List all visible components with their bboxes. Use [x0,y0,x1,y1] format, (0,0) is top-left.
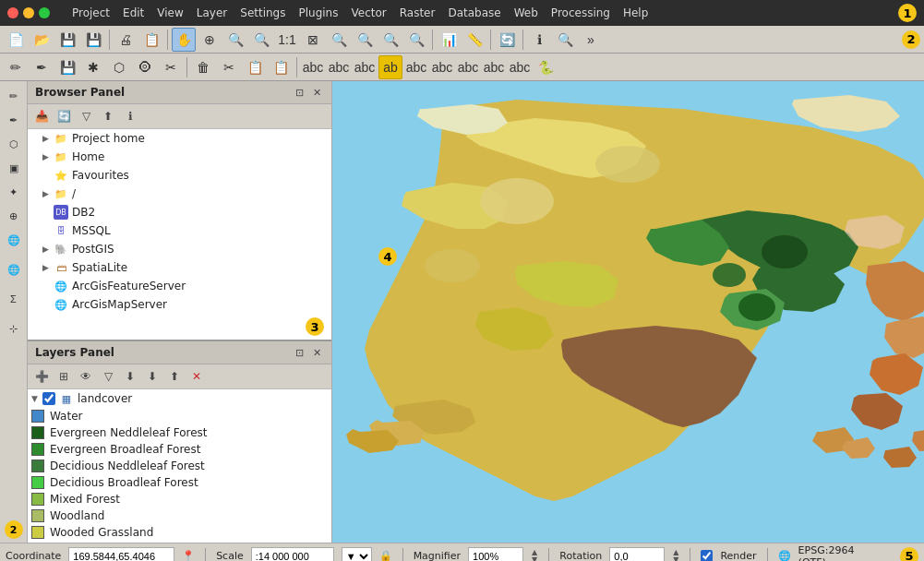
tree-item-db2[interactable]: ▶ DB DB2 [28,203,331,221]
tree-item-favourites[interactable]: ▶ ⭐ Favourites [28,166,331,185]
browser-filter-btn[interactable]: ▽ [76,106,96,126]
browser-collapse-btn[interactable]: ⬆ [98,106,118,126]
python-btn[interactable]: 🐍 [534,55,558,79]
left-tool-6[interactable]: ⊕ [3,205,25,227]
edit-tool5[interactable]: ⭗ [133,55,157,79]
legend-mixed-forest[interactable]: Mixed Forest [28,491,331,507]
zoom-layer-button[interactable]: ⊠ [301,28,325,52]
edit-pencil-button[interactable]: ✏ [4,55,28,79]
left-tool-9[interactable]: Σ [3,288,25,310]
menu-plugins[interactable]: Plugins [293,5,343,21]
legend-deciduous-broad[interactable]: Decidious Broadleaf Forest [28,474,331,491]
menu-processing[interactable]: Processing [546,5,616,21]
pan-button[interactable]: ✋ [172,28,196,52]
menu-settings[interactable]: Settings [234,5,291,21]
layers-manage-btn[interactable]: ⊞ [54,366,74,387]
minimize-button[interactable] [23,7,34,18]
paste-button[interactable]: 📋 [269,55,293,79]
zoom-native-button[interactable]: 1:1 [275,28,299,52]
copy-button[interactable]: 📋 [243,55,267,79]
edit-tool4[interactable]: ⬡ [107,55,131,79]
zoom-prev-button[interactable]: 🔍 [404,28,428,52]
menu-vector[interactable]: Vector [345,5,391,21]
menu-edit[interactable]: Edit [117,5,150,21]
new-project-button[interactable]: 📄 [4,28,28,52]
left-tool-10[interactable]: ⊹ [3,317,25,340]
menu-project[interactable]: Project [66,5,115,21]
label-btn8[interactable]: abc [508,55,532,79]
label-render-btn[interactable]: ab [378,55,402,79]
legend-wooded-grassland[interactable]: Wooded Grassland [28,524,331,541]
more-button[interactable]: » [579,28,603,52]
label-btn2[interactable]: abc [327,55,351,79]
menu-help[interactable]: Help [618,5,654,21]
zoom-in-button[interactable]: 🔍 [223,28,247,52]
tree-item-home[interactable]: ▶ 📁 Home [28,148,331,166]
layers-panel-float-btn[interactable]: ⊡ [292,345,306,360]
browser-refresh-btn[interactable]: 🔄 [54,106,74,126]
magnifier-down[interactable]: ▼ [531,556,538,562]
legend-water[interactable]: Water [28,408,331,424]
magnifier-input[interactable] [468,547,523,562]
legend-evergreen-broad[interactable]: Evergreen Broadleaf Forest [28,441,331,458]
tree-item-root[interactable]: ▶ 📁 / [28,185,331,203]
left-tool-1[interactable]: ✏ [3,85,25,107]
browser-panel-float-btn[interactable]: ⊡ [292,85,306,100]
left-tool-7[interactable]: 🌐 [3,229,25,251]
maximize-button[interactable] [39,7,50,18]
layers-expand-btn[interactable]: ⬇ [142,366,162,387]
layers-panel-close-btn[interactable]: ✕ [309,345,324,360]
layers-visibility-btn[interactable]: ▽ [98,366,118,387]
browser-panel-close-btn[interactable]: ✕ [309,85,324,100]
left-tool-4[interactable]: ▣ [3,157,25,179]
coordinate-input[interactable] [68,547,174,562]
cut-button[interactable]: ✂ [217,55,241,79]
measure-button[interactable]: 📏 [462,28,486,52]
browser-add-btn[interactable]: 📥 [31,106,52,126]
digitize-button[interactable]: ✒ [30,55,54,79]
left-tool-3[interactable]: ⬡ [3,133,25,155]
save-as-button[interactable]: 💾 [81,28,105,52]
identify-button[interactable]: 📊 [437,28,461,52]
layers-sort-btn[interactable]: ⬇ [120,366,140,387]
label-btn4[interactable]: abc [404,55,428,79]
scale-input[interactable] [251,547,334,562]
label-btn5[interactable]: abc [430,55,454,79]
tree-item-project-home[interactable]: ▶ 📁 Project home [28,129,331,148]
refresh-button[interactable]: 🔄 [495,28,519,52]
legend-evergreen-needle[interactable]: Evergreen Neddleleaf Forest [28,424,331,441]
rotation-down[interactable]: ▼ [672,556,679,562]
render-checkbox[interactable] [701,550,713,561]
browser-info-btn[interactable]: ℹ [120,106,140,126]
tree-item-arcgis-feature[interactable]: ▶ 🌐 ArcGisFeatureServer [28,277,331,295]
tree-item-postgis[interactable]: ▶ 🐘 PostGIS [28,240,331,258]
label-btn3[interactable]: abc [353,55,377,79]
open-project-button[interactable]: 📂 [30,28,54,52]
map-area[interactable]: 4 [332,81,924,543]
label-btn1[interactable]: abc [301,55,325,79]
save-edits-button[interactable]: 💾 [55,55,79,79]
tree-item-spatialite[interactable]: ▶ 🗃 SpatiaLite [28,258,331,277]
zoom-out-button[interactable]: 🔍 [249,28,273,52]
edit-tool3[interactable]: ✱ [81,55,105,79]
close-button[interactable] [7,7,18,18]
print-composer-button[interactable]: 📋 [139,28,163,52]
layers-remove-btn[interactable]: ✕ [186,366,207,387]
info-button[interactable]: ℹ [527,28,551,52]
save-project-button[interactable]: 💾 [55,28,79,52]
menu-layer[interactable]: Layer [191,5,233,21]
select-button[interactable]: ⊕ [198,28,222,52]
menu-database[interactable]: Database [442,5,506,21]
label-btn7[interactable]: abc [482,55,506,79]
menu-view[interactable]: View [151,5,188,21]
legend-deciduous-needle[interactable]: Decidious Neddleleaf Forest [28,458,331,474]
rotation-input[interactable] [609,547,665,562]
label-btn6[interactable]: abc [456,55,480,79]
layers-add-btn[interactable]: ➕ [31,366,52,387]
layers-collapse-btn[interactable]: ⬆ [164,366,185,387]
layer-landcover[interactable]: ▼ ▦ landcover [28,389,331,408]
scale-dropdown[interactable]: ▼ [342,547,372,562]
left-tool-5[interactable]: ✦ [3,181,25,203]
zoom-all-button[interactable]: 🔍 [353,28,377,52]
tree-item-arcgis-map[interactable]: ▶ 🌐 ArcGisMapServer [28,295,331,314]
